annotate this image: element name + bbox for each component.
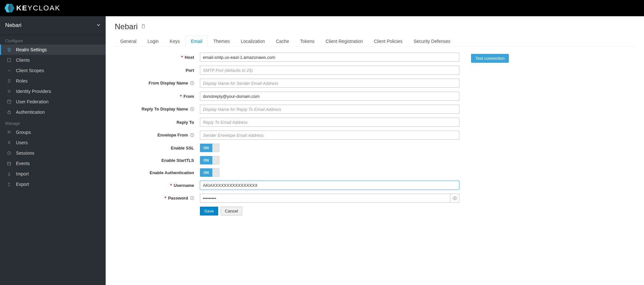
cancel-button[interactable]: Cancel [221,207,242,215]
sidebar-item-label: User Federation [16,99,48,104]
sidebar-item-label: Export [16,182,29,187]
realm-selector[interactable]: Nebari [0,16,106,35]
main-content: Nebari General Login Keys Email Themes L… [106,16,644,285]
help-icon[interactable]: ⓘ [190,107,194,111]
help-icon[interactable]: ⓘ [190,81,194,85]
host-input[interactable] [200,53,459,62]
sidebar-item-label: Sessions [16,150,34,156]
reply-to-input[interactable] [200,118,459,127]
sliders-icon [6,47,12,52]
email-form: * Host Port From Display Name ⓘ * From R [115,53,459,215]
label-from-display-name: From Display Name ⓘ [115,81,200,86]
tab-cache[interactable]: Cache [270,36,295,47]
transfer-icon [6,89,12,94]
toggle-enable-auth[interactable]: ON [200,168,219,177]
brand-logo-area[interactable]: KEYCLOAK [5,4,60,12]
brand-text: KEYCLOAK [16,4,60,12]
sidebar-item-label: Roles [16,78,28,84]
svg-point-11 [8,141,10,143]
svg-rect-6 [7,58,11,62]
svg-point-7 [7,100,11,101]
label-username: * Username [115,183,200,188]
label-port: Port [115,68,200,73]
sidebar-item-clients[interactable]: Clients [0,55,106,65]
sidebar-item-sessions[interactable]: Sessions [0,148,106,158]
sidebar-item-authentication[interactable]: Authentication [0,107,106,117]
save-button[interactable]: Save [200,207,218,215]
sidebar-item-users[interactable]: Users [0,137,106,148]
label-host: * Host [115,55,200,60]
export-icon [6,182,12,187]
label-enable-starttls: Enable StartTLS [115,158,200,163]
toggle-enable-starttls[interactable]: ON [200,156,219,164]
toggle-knob [212,144,219,152]
label-envelope-from: Envelope From ⓘ [115,133,200,138]
tab-security-defenses[interactable]: Security Defenses [408,36,456,47]
link-icon [6,68,12,73]
reply-to-display-name-input[interactable] [200,105,459,114]
sidebar-item-import[interactable]: Import [0,169,106,179]
sidebar-item-events[interactable]: Events [0,158,106,169]
sidebar-item-export[interactable]: Export [0,179,106,189]
svg-point-3 [8,48,9,49]
tab-client-registration[interactable]: Client Registration [320,36,368,47]
toggle-enable-ssl[interactable]: ON [200,144,219,152]
square-icon [6,58,12,62]
from-display-name-input[interactable] [200,79,459,88]
port-input[interactable] [200,66,459,75]
test-connection-button[interactable]: Test connection [471,54,509,63]
help-icon[interactable]: ⓘ [190,196,194,201]
username-input[interactable] [200,181,459,190]
tab-keys[interactable]: Keys [164,36,185,47]
tab-email[interactable]: Email [185,36,208,47]
svg-point-5 [8,51,9,52]
database-icon [6,99,12,104]
trash-icon[interactable] [141,24,146,30]
list-icon [6,79,12,83]
lock-icon [6,110,12,114]
from-input[interactable] [200,92,459,101]
sidebar-item-label: Import [16,171,29,176]
clock-icon [6,151,12,155]
sidebar-item-label: Client Scopes [16,68,44,73]
svg-point-4 [10,49,11,50]
tabs: General Login Keys Email Themes Localiza… [115,36,635,47]
realm-selector-label: Nebari [5,22,21,29]
password-input[interactable] [200,194,450,203]
tab-client-policies[interactable]: Client Policies [368,36,408,47]
svg-point-14 [454,198,455,199]
sidebar-section-configure: Configure [0,35,106,45]
sidebar-item-groups[interactable]: Groups [0,127,106,137]
tab-login[interactable]: Login [142,36,164,47]
sidebar-section-manage: Manage [0,117,106,127]
sidebar-item-realm-settings[interactable]: Realm Settings [0,45,106,55]
help-icon[interactable]: ⓘ [190,133,194,137]
tab-localization[interactable]: Localization [235,36,270,47]
label-password: * Password ⓘ [115,196,200,201]
sidebar-item-label: Users [16,140,28,145]
toggle-knob [212,156,219,164]
envelope-from-input[interactable] [200,131,459,140]
eye-icon[interactable] [450,194,459,203]
topbar: KEYCLOAK [0,0,644,16]
keycloak-logo-icon [5,4,14,12]
sidebar-item-identity-providers[interactable]: Identity Providers [0,86,106,97]
label-from: * From [115,94,200,99]
svg-rect-13 [7,162,11,165]
sidebar-item-client-scopes[interactable]: Client Scopes [0,65,106,76]
tab-general[interactable]: General [115,36,142,47]
sidebar-item-label: Authentication [16,110,45,115]
sidebar-item-label: Realm Settings [16,47,47,52]
tab-themes[interactable]: Themes [208,36,235,47]
tab-tokens[interactable]: Tokens [295,36,320,47]
label-enable-ssl: Enable SSL [115,146,200,150]
calendar-icon [6,161,12,166]
page-title: Nebari [115,22,138,31]
toggle-knob [212,168,219,177]
sidebar-item-user-federation[interactable]: User Federation [0,97,106,107]
sidebar-item-label: Events [16,161,30,166]
svg-point-9 [8,131,9,132]
sidebar-item-roles[interactable]: Roles [0,76,106,86]
group-icon [6,130,12,135]
sidebar-item-label: Identity Providers [16,89,51,94]
